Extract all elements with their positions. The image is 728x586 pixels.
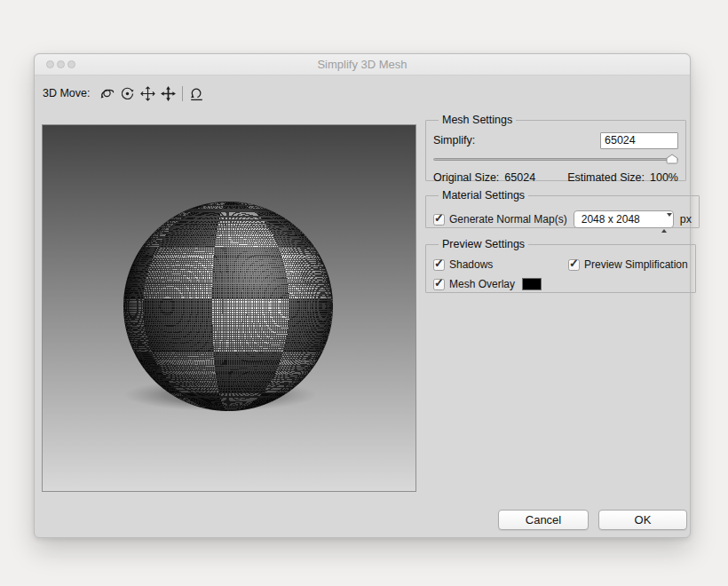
- preview-simplification-checkbox[interactable]: [568, 259, 580, 271]
- reset-camera-icon: [188, 85, 205, 102]
- shadows-label: Shadows: [449, 258, 493, 271]
- pan-icon: [139, 85, 156, 102]
- original-size-label: Original Size:: [433, 171, 499, 184]
- roll-3d-tool-button[interactable]: [117, 83, 138, 104]
- simplify-3d-mesh-dialog: Simplify 3D Mesh 3D Move:: [34, 53, 691, 538]
- shadows-checkbox[interactable]: [433, 259, 445, 271]
- toolbar-3d-move: 3D Move:: [35, 76, 690, 110]
- ok-button[interactable]: OK: [598, 510, 687, 530]
- material-settings-legend: Material Settings: [439, 189, 528, 202]
- toolbar-label: 3D Move:: [43, 87, 91, 99]
- mesh-overlay-checkbox[interactable]: [433, 279, 445, 290]
- roll-icon: [119, 85, 136, 102]
- window-title: Simplify 3D Mesh: [35, 54, 690, 75]
- normal-map-size-value: 2048 x 2048: [582, 213, 640, 226]
- slide-icon: [160, 85, 177, 102]
- estimated-size-value: 100%: [650, 171, 678, 184]
- slide-3d-tool-button[interactable]: [158, 83, 178, 104]
- mesh-settings-group: Mesh Settings Simplify: Original Size:65…: [425, 114, 686, 181]
- stepper-arrows-icon: [661, 215, 668, 226]
- simplify-slider[interactable]: [433, 154, 678, 164]
- estimated-size-label: Estimated Size:: [567, 171, 645, 184]
- mesh-sphere-preview: [43, 125, 415, 491]
- cancel-button[interactable]: Cancel: [498, 510, 589, 530]
- pan-3d-tool-button[interactable]: [138, 83, 158, 104]
- toolbar-separator: [182, 86, 183, 101]
- simplify-slider-track[interactable]: [433, 158, 678, 161]
- mesh-overlay-color-swatch[interactable]: [522, 278, 542, 290]
- preview-settings-group: Preview Settings Shadows Preview Simplif…: [425, 238, 696, 293]
- px-unit-label: px: [680, 213, 692, 226]
- titlebar: Simplify 3D Mesh: [35, 54, 690, 75]
- mesh-settings-legend: Mesh Settings: [439, 114, 516, 126]
- mesh-overlay-label: Mesh Overlay: [449, 278, 515, 290]
- normal-map-size-select[interactable]: 2048 x 2048: [574, 210, 674, 228]
- simplify-input[interactable]: [600, 132, 678, 149]
- generate-normal-map-checkbox[interactable]: [433, 214, 445, 226]
- preview-simplification-label: Preview Simplification: [584, 258, 688, 271]
- reset-camera-tool-button[interactable]: [186, 83, 207, 104]
- material-settings-group: Material Settings Generate Normal Map(s)…: [425, 189, 700, 228]
- orbit-icon: [99, 85, 115, 102]
- original-size-value: 65024: [504, 171, 535, 184]
- generate-normal-map-label: Generate Normal Map(s): [449, 213, 567, 226]
- simplify-slider-thumb[interactable]: [666, 154, 678, 164]
- simplify-label: Simplify:: [433, 134, 475, 146]
- preview-3d-viewport[interactable]: [42, 124, 416, 492]
- preview-settings-legend: Preview Settings: [439, 238, 528, 250]
- orbit-3d-tool-button[interactable]: [97, 83, 117, 104]
